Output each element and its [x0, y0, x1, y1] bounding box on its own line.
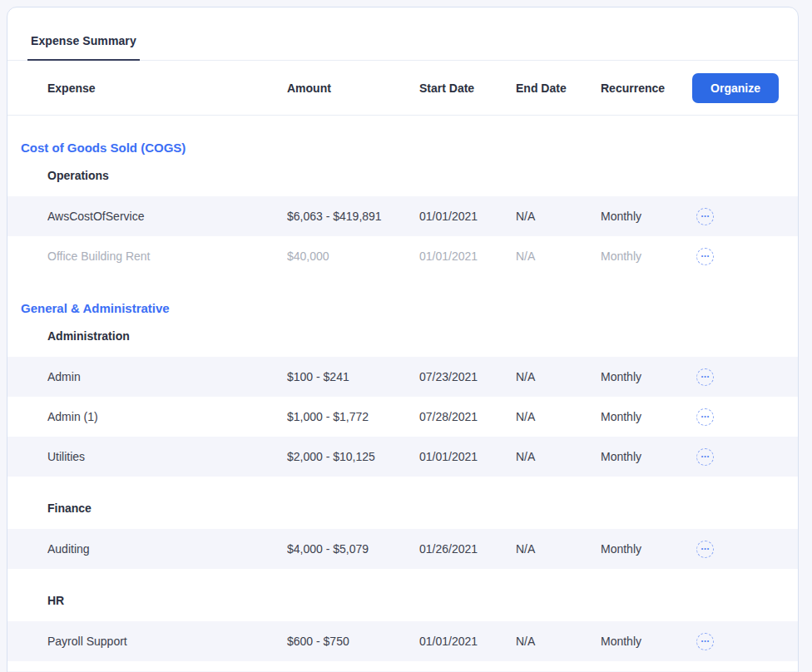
tab-expense-summary[interactable]: Expense Summary [27, 34, 140, 61]
expense-name-cell: Admin (1) [47, 410, 287, 423]
section-title: Cost of Goods Sold (COGS) [21, 141, 798, 156]
amount-cell: $40,000 [287, 250, 419, 263]
group-title: Finance [47, 502, 798, 516]
expense-group: Operations AwsCostOfService $6,063 - $41… [7, 169, 798, 276]
organize-button[interactable]: Organize [692, 73, 779, 103]
start-date-cell: 01/01/2021 [419, 635, 516, 648]
recurrence-cell: Monthly [601, 450, 696, 463]
ellipsis-icon: ••• [701, 413, 710, 419]
end-date-cell: N/A [516, 210, 601, 223]
expense-group: HR Payroll Support $600 - $750 01/01/202… [7, 594, 798, 661]
expense-section: General & Administrative Administration … [7, 301, 798, 661]
expense-row[interactable]: Payroll Support $600 - $750 01/01/2021 N… [7, 621, 798, 661]
row-more-options-button[interactable]: ••• [696, 448, 714, 466]
expense-row[interactable]: Office Building Rent $40,000 01/01/2021 … [7, 236, 798, 276]
recurrence-cell: Monthly [601, 250, 696, 263]
row-more-options-button[interactable]: ••• [696, 633, 714, 650]
section-title: General & Administrative [21, 301, 798, 316]
expense-name-cell: Auditing [47, 542, 287, 556]
row-more-options-button[interactable]: ••• [696, 408, 714, 426]
ellipsis-icon: ••• [701, 213, 710, 219]
expense-group: Administration Admin $100 - $241 07/23/2… [7, 329, 798, 477]
expense-name-cell: Utilities [47, 450, 287, 463]
expense-row[interactable]: Auditing $4,000 - $5,079 01/26/2021 N/A … [7, 529, 798, 569]
expense-row[interactable]: Admin $100 - $241 07/23/2021 N/A Monthly… [7, 357, 798, 397]
amount-cell: $4,000 - $5,079 [287, 542, 419, 556]
column-header-end-date: End Date [516, 82, 601, 95]
end-date-cell: N/A [516, 250, 601, 263]
amount-cell: $100 - $241 [287, 370, 419, 383]
end-date-cell: N/A [516, 450, 601, 463]
expense-section: Cost of Goods Sold (COGS) Operations Aws… [7, 141, 798, 276]
expense-name-cell: Payroll Support [47, 635, 287, 648]
expense-name-cell: Admin [47, 370, 287, 383]
group-title: HR [47, 594, 798, 608]
row-more-options-button[interactable]: ••• [696, 208, 714, 225]
expense-name-cell: Office Building Rent [47, 250, 287, 263]
recurrence-cell: Monthly [601, 410, 696, 423]
ellipsis-icon: ••• [701, 453, 710, 459]
group-title: Administration [47, 329, 798, 343]
table-body: Cost of Goods Sold (COGS) Operations Aws… [7, 141, 798, 661]
start-date-cell: 01/26/2021 [419, 542, 516, 556]
end-date-cell: N/A [516, 542, 601, 556]
start-date-cell: 01/01/2021 [419, 210, 516, 223]
expense-row[interactable]: Admin (1) $1,000 - $1,772 07/28/2021 N/A… [7, 397, 798, 437]
expense-row[interactable]: Utilities $2,000 - $10,125 01/01/2021 N/… [7, 437, 798, 477]
ellipsis-icon: ••• [701, 546, 710, 551]
column-header-expense: Expense [47, 82, 287, 95]
end-date-cell: N/A [516, 635, 601, 648]
end-date-cell: N/A [516, 410, 601, 423]
ellipsis-icon: ••• [701, 373, 710, 379]
recurrence-cell: Monthly [601, 542, 696, 556]
start-date-cell: 01/01/2021 [419, 450, 516, 463]
column-header-amount: Amount [287, 82, 419, 95]
column-header-start-date: Start Date [419, 82, 516, 95]
column-header-recurrence: Recurrence [601, 82, 696, 95]
group-title: Operations [47, 169, 798, 183]
tab-bar: Expense Summary [7, 7, 798, 61]
start-date-cell: 07/23/2021 [419, 370, 516, 383]
expense-row[interactable]: AwsCostOfService $6,063 - $419,891 01/01… [7, 196, 798, 236]
amount-cell: $2,000 - $10,125 [287, 450, 419, 463]
table-header-row: Expense Amount Start Date End Date Recur… [7, 61, 798, 116]
end-date-cell: N/A [516, 370, 601, 383]
row-more-options-button[interactable]: ••• [696, 541, 714, 558]
ellipsis-icon: ••• [701, 253, 710, 259]
start-date-cell: 07/28/2021 [419, 410, 516, 423]
amount-cell: $6,063 - $419,891 [287, 210, 419, 223]
recurrence-cell: Monthly [601, 635, 696, 648]
recurrence-cell: Monthly [601, 210, 696, 223]
expense-group: Finance Auditing $4,000 - $5,079 01/26/2… [7, 502, 798, 569]
row-more-options-button[interactable]: ••• [696, 368, 714, 386]
amount-cell: $1,000 - $1,772 [287, 410, 419, 423]
expense-summary-card: Expense Summary Expense Amount Start Dat… [7, 7, 799, 672]
start-date-cell: 01/01/2021 [419, 250, 516, 263]
row-more-options-button[interactable]: ••• [696, 248, 714, 265]
ellipsis-icon: ••• [701, 638, 710, 644]
expense-name-cell: AwsCostOfService [47, 210, 287, 223]
amount-cell: $600 - $750 [287, 635, 419, 648]
recurrence-cell: Monthly [601, 370, 696, 383]
